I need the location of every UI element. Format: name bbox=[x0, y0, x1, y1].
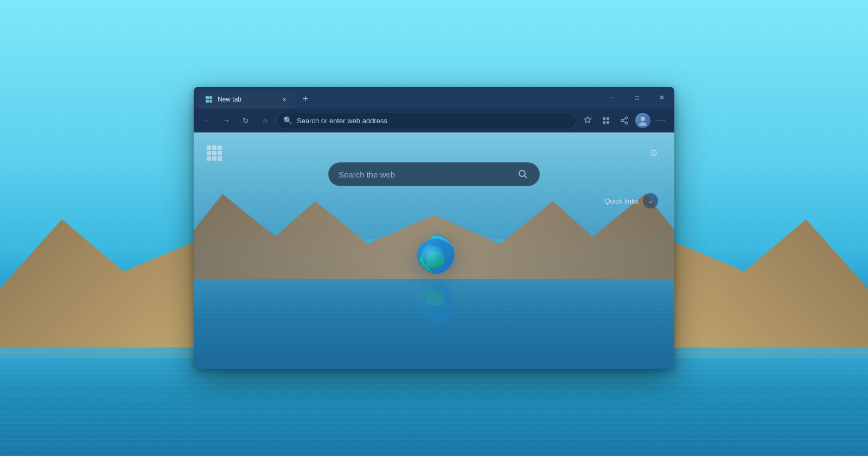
refresh-button[interactable]: ↻ bbox=[237, 112, 254, 129]
svg-rect-3 bbox=[607, 121, 609, 124]
tab-label: New tab bbox=[218, 96, 275, 103]
title-bar: New tab × + − □ ✕ bbox=[194, 87, 674, 109]
close-button[interactable]: ✕ bbox=[649, 87, 674, 109]
svg-point-6 bbox=[626, 122, 628, 124]
svg-point-9 bbox=[641, 117, 645, 121]
back-button[interactable]: ← bbox=[198, 112, 215, 129]
profile-avatar bbox=[635, 113, 650, 128]
more-icon: ··· bbox=[657, 116, 666, 125]
svg-point-10 bbox=[639, 122, 647, 126]
forward-button[interactable]: → bbox=[218, 112, 235, 129]
quick-links-toggle-button[interactable]: ⌄ bbox=[643, 193, 658, 208]
quick-links-bar: Quick links ⌄ bbox=[604, 193, 658, 208]
svg-rect-0 bbox=[603, 117, 605, 120]
tab-close-button[interactable]: × bbox=[279, 94, 289, 104]
apps-button[interactable] bbox=[205, 143, 224, 163]
desktop-mountain-left bbox=[0, 185, 206, 358]
address-bar[interactable]: 🔍 Search or enter web address bbox=[276, 112, 577, 129]
search-address-icon: 🔍 bbox=[283, 116, 292, 125]
new-tab-content: ⚙ Search the web Quick links ⌄ bbox=[194, 132, 674, 369]
tab-strip: New tab × + bbox=[198, 87, 599, 109]
maximize-button[interactable]: □ bbox=[624, 87, 649, 109]
favorites-button[interactable] bbox=[579, 112, 596, 129]
search-submit-button[interactable] bbox=[514, 166, 532, 183]
desktop-mountain-right bbox=[662, 185, 868, 358]
settings-button[interactable]: ⚙ bbox=[644, 143, 663, 163]
browser-window: New tab × + − □ ✕ ← → ↻ ⌂ 🔍 Search or en… bbox=[194, 87, 674, 369]
edge-logo-reflection bbox=[410, 279, 458, 328]
address-bar-text: Search or enter web address bbox=[297, 117, 570, 125]
svg-line-8 bbox=[623, 121, 626, 123]
profile-button[interactable] bbox=[634, 112, 652, 129]
toolbar-icons: ··· bbox=[579, 112, 670, 129]
chevron-down-icon: ⌄ bbox=[648, 197, 653, 205]
svg-point-5 bbox=[621, 119, 623, 122]
edge-logo bbox=[410, 230, 458, 279]
more-button[interactable]: ··· bbox=[653, 112, 670, 129]
search-container: Search the web bbox=[328, 162, 540, 186]
search-input-placeholder: Search the web bbox=[339, 170, 509, 179]
home-button[interactable]: ⌂ bbox=[257, 112, 274, 129]
svg-point-11 bbox=[519, 170, 525, 176]
active-tab[interactable]: New tab × bbox=[198, 90, 296, 109]
navigation-bar: ← → ↻ ⌂ 🔍 Search or enter web address bbox=[194, 109, 674, 132]
search-box[interactable]: Search the web bbox=[328, 162, 540, 186]
svg-line-12 bbox=[525, 176, 527, 179]
tab-favicon bbox=[205, 95, 213, 104]
quick-links-label: Quick links bbox=[604, 197, 639, 205]
collections-button[interactable] bbox=[597, 112, 615, 129]
apps-grid-icon bbox=[207, 145, 222, 161]
settings-icon: ⚙ bbox=[649, 147, 658, 159]
svg-line-7 bbox=[623, 118, 626, 120]
svg-point-4 bbox=[626, 117, 628, 119]
svg-rect-1 bbox=[607, 117, 609, 120]
minimize-button[interactable]: − bbox=[599, 87, 624, 109]
svg-rect-2 bbox=[603, 121, 605, 124]
window-controls: − □ ✕ bbox=[599, 87, 674, 109]
new-tab-button[interactable]: + bbox=[298, 91, 313, 106]
share-button[interactable] bbox=[616, 112, 633, 129]
